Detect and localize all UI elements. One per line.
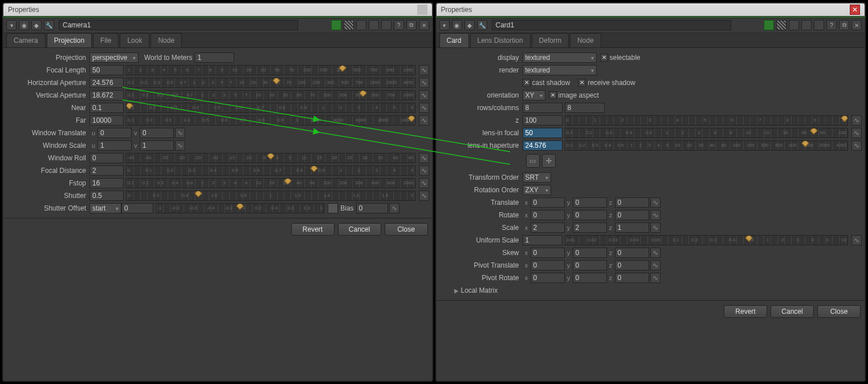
close-button[interactable]: Close [385, 223, 428, 236]
skew-z[interactable]: 0 [615, 248, 649, 258]
world-to-meters-field[interactable]: 1 [194, 52, 234, 63]
wrench-icon[interactable]: 🔧 [477, 20, 487, 30]
lens-in-focal-slider[interactable]: 0.10.20.30.40.6123461020304060100 [565, 128, 849, 138]
close-button[interactable]: Close [817, 305, 861, 318]
copy-transform-icon[interactable]: ▭ [526, 154, 540, 168]
tab-node[interactable]: Node [570, 33, 601, 47]
lens-in-haperture-field[interactable]: 24.576 [523, 140, 563, 151]
cast-shadow-checkbox[interactable]: ✕ [523, 79, 531, 87]
near-field[interactable]: 0.1 [89, 103, 124, 113]
prev-icon[interactable] [789, 20, 799, 30]
tab-camera[interactable]: Camera [6, 33, 46, 47]
skew-y[interactable]: 0 [573, 248, 607, 258]
prev-icon[interactable] [356, 20, 366, 30]
triangle-icon[interactable]: ▾ [6, 20, 17, 30]
display-select[interactable]: textured [523, 52, 597, 63]
pivot-translate-x[interactable]: 0 [531, 260, 565, 270]
hatch-chip-icon[interactable] [776, 20, 787, 30]
scale-z[interactable]: 1 [615, 223, 649, 233]
keyframe-icon[interactable]: ◆ [31, 20, 42, 30]
cancel-button[interactable]: Cancel [338, 223, 381, 236]
anim-icon[interactable]: ∿ [419, 178, 429, 188]
shutter-offset-slider[interactable]: -1-0.8-0.6-0.4-0.200.20.40.60.81 [156, 203, 324, 213]
help-icon[interactable]: ? [394, 20, 404, 30]
anim-icon[interactable]: ∿ [419, 153, 429, 163]
cancel-button[interactable]: Cancel [771, 305, 814, 318]
anim-icon[interactable]: ∿ [650, 197, 661, 208]
scale-x[interactable]: 2 [531, 223, 565, 233]
far-slider[interactable]: 0.10.20.30.40.50.60.70.80.91200040006000… [126, 115, 415, 126]
rotate-y[interactable]: 0 [573, 210, 607, 220]
anim-icon[interactable]: ∿ [650, 223, 661, 233]
shutter-field[interactable]: 0.5 [89, 191, 124, 201]
hatch-chip-icon[interactable] [344, 20, 354, 30]
z-slider[interactable]: 012345678910 [565, 115, 849, 126]
next-icon[interactable] [369, 20, 379, 30]
fstop-field[interactable]: 16 [89, 178, 124, 188]
anim-icon[interactable]: ∿ [419, 65, 429, 75]
far-field[interactable]: 10000 [89, 115, 124, 126]
window-scale-u-field[interactable]: 1 [97, 140, 132, 151]
z-field[interactable]: 100 [523, 115, 563, 126]
titlebar[interactable]: Properties ✕ [436, 3, 866, 17]
tab-look[interactable]: Look [120, 33, 149, 47]
anim-icon[interactable]: ∿ [650, 248, 661, 258]
lens-in-focal-field[interactable]: 50 [523, 128, 563, 138]
wrench-icon[interactable]: 🔧 [44, 20, 54, 30]
focal-distance-slider[interactable]: 00.10.20.30.40.50.60.70.80.912345 [126, 165, 415, 176]
lens-in-haperture-slider[interactable]: 0.10.20.30.40.61234610203040601002003004… [565, 140, 849, 151]
tab-deform[interactable]: Deform [532, 33, 569, 47]
node-color-chip[interactable] [764, 20, 774, 30]
anim-icon[interactable]: ∿ [851, 115, 862, 126]
move-transform-icon[interactable]: ✢ [542, 154, 556, 168]
shutter-slider[interactable]: 00.20.40.60.811.21.41.61.82 [126, 191, 415, 201]
anim-icon[interactable]: ∿ [419, 191, 429, 201]
tab-card[interactable]: Card [439, 33, 469, 47]
translate-z[interactable]: 0 [615, 197, 649, 208]
render-select[interactable]: textured [523, 65, 597, 75]
anim-icon[interactable]: ∿ [419, 165, 429, 176]
horizontal-aperture-field[interactable]: 24.576 [89, 78, 124, 88]
window-roll-slider[interactable]: -45-40-35-30-25-20-15-10-505101520253035… [126, 153, 415, 163]
keyframe-icon[interactable]: ◆ [464, 20, 475, 30]
pivot-translate-y[interactable]: 0 [573, 260, 607, 270]
fstop-slider[interactable]: 0.10.20.30.40.61234610203040601002003004… [126, 178, 415, 188]
vertical-aperture-field[interactable]: 18.672 [89, 90, 124, 100]
anim-icon[interactable]: ∿ [389, 203, 400, 213]
uniform-scale-field[interactable]: 1 [523, 235, 563, 245]
revert-button[interactable]: Revert [291, 223, 335, 236]
close-icon[interactable]: ✕ [850, 5, 860, 15]
shutter-offset-mode[interactable]: start [89, 203, 121, 213]
pivot-rotate-x[interactable]: 0 [531, 273, 565, 283]
receive-shadow-checkbox[interactable]: ✕ [578, 79, 586, 87]
rotate-z[interactable]: 0 [615, 210, 649, 220]
tab-node[interactable]: Node [150, 33, 182, 47]
bias-field[interactable]: 0 [356, 203, 388, 213]
anim-icon[interactable]: ∿ [650, 273, 661, 283]
tab-file[interactable]: File [93, 33, 119, 47]
orientation-select[interactable]: XY [523, 90, 545, 100]
anim-icon[interactable]: ∿ [650, 210, 661, 220]
translate-y[interactable]: 0 [573, 197, 607, 208]
anim-icon[interactable]: ∿ [419, 90, 429, 100]
image-aspect-checkbox[interactable]: ✕ [549, 91, 557, 99]
tab-lens-distortion[interactable]: Lens Distortion [470, 33, 531, 47]
focal-length-slider[interactable]: 1234567891020305070100200300500700900100… [126, 65, 415, 75]
bias-check[interactable] [328, 203, 338, 213]
close-panel-icon[interactable]: ✕ [851, 20, 862, 30]
anim-icon[interactable]: ∿ [851, 140, 862, 151]
anim-icon[interactable]: ∿ [419, 115, 429, 126]
window-scale-v-field[interactable]: 1 [140, 140, 174, 151]
vertical-aperture-slider[interactable]: 0.10.20.30.50.71235710203050701002003005… [126, 90, 415, 100]
titlebar[interactable]: Properties [3, 3, 433, 17]
anim-icon[interactable]: ∿ [650, 260, 661, 270]
close-icon[interactable] [417, 5, 427, 15]
window-roll-field[interactable]: 0 [89, 153, 124, 163]
transform-order-select[interactable]: SRT [523, 172, 551, 183]
near-slider[interactable]: 0.10.20.30.40.50.60.70.80.9123456 [126, 103, 415, 113]
translate-x[interactable]: 0 [531, 197, 565, 208]
close-panel-icon[interactable]: ✕ [419, 20, 429, 30]
eye-icon[interactable]: ◉ [19, 20, 29, 30]
window-translate-v-field[interactable]: 0 [140, 128, 174, 138]
node-name-field[interactable]: Camera1 [59, 20, 298, 30]
